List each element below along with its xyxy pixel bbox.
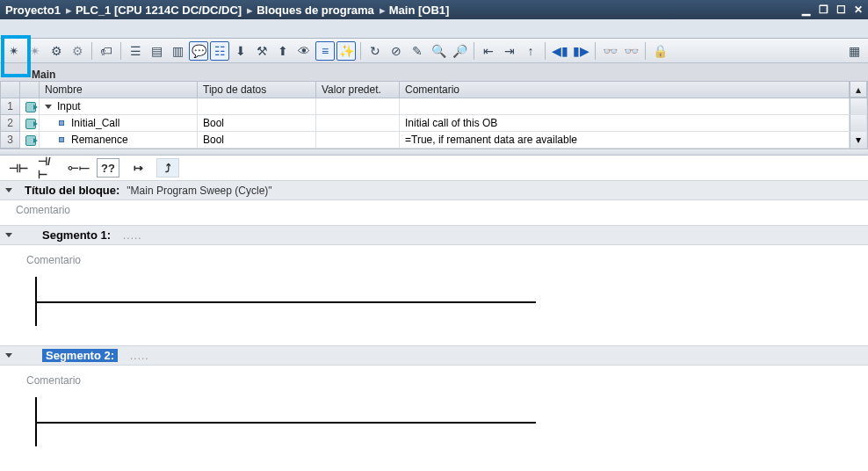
var-name-text: Remanence xyxy=(71,134,128,146)
member-bullet-icon xyxy=(59,137,64,142)
toolbar-separator xyxy=(595,42,596,60)
sync-icon[interactable]: ✴ xyxy=(25,41,45,61)
var-row-3[interactable]: 3 Remanence Bool =True, if remanent data… xyxy=(0,132,868,149)
network-up-icon[interactable]: ↑ xyxy=(521,41,540,61)
lock-icon[interactable]: 🔒 xyxy=(650,41,669,61)
segment-2-comment[interactable]: Comentario xyxy=(26,371,868,390)
var-name[interactable]: Initial_Call xyxy=(40,115,198,132)
upload-icon[interactable]: ⬆ xyxy=(273,41,293,61)
scroll-track[interactable] xyxy=(850,115,867,132)
block-tab-label: Main xyxy=(32,69,55,81)
block-comment[interactable]: Comentario xyxy=(0,200,868,220)
collapse-toggle[interactable] xyxy=(5,353,12,358)
title-bar: Proyecto1 PLC_1 [CPU 1214C DC/DC/DC] Blo… xyxy=(0,0,868,19)
layout-icon[interactable]: ▦ xyxy=(844,41,864,61)
breadcrumb-3[interactable]: Main [OB1] xyxy=(389,4,450,17)
var-default[interactable] xyxy=(316,98,400,115)
scroll-track[interactable] xyxy=(850,98,867,115)
ladder-favorites-bar: ⊣⊢ ⊣/⊢ ⟜⟝ ?? ↦ ⤴ xyxy=(0,156,868,180)
maximize-button[interactable]: ☐ xyxy=(833,2,849,18)
var-type[interactable]: Bool xyxy=(198,115,316,132)
block-title-value[interactable]: "Main Program Sweep (Cycle)" xyxy=(127,185,271,197)
indent-right-icon[interactable]: ⇥ xyxy=(500,41,519,61)
monitor-icon[interactable]: 👁 xyxy=(294,41,314,61)
breadcrumb-sep xyxy=(376,4,389,17)
comment-on-icon[interactable]: 💬 xyxy=(189,41,208,61)
indent-left-icon[interactable]: ⇤ xyxy=(479,41,498,61)
branch-open-icon[interactable]: ↦ xyxy=(127,158,149,178)
close-button[interactable]: ✕ xyxy=(850,2,866,18)
tag-icon[interactable]: 🏷 xyxy=(97,41,116,61)
segment-2-title[interactable]: Segmento 2: xyxy=(42,349,118,362)
block-title-header: Título del bloque: "Main Program Sweep (… xyxy=(0,180,868,200)
segment-1-title[interactable]: Segmento 1: xyxy=(42,228,111,242)
bookmark-prev-icon[interactable]: ◀▮ xyxy=(550,41,569,61)
var-name[interactable]: Input xyxy=(40,98,198,115)
row-tag-icon xyxy=(20,115,40,132)
collapse-toggle[interactable] xyxy=(5,233,12,237)
coil-icon[interactable]: ⟜⟝ xyxy=(67,158,90,178)
structure-icon[interactable]: ☷ xyxy=(210,41,229,61)
var-type[interactable] xyxy=(198,98,316,115)
scroll-up-button[interactable]: ▴ xyxy=(850,82,867,98)
glasses-icon[interactable]: 👓 xyxy=(600,41,619,61)
breadcrumb-2[interactable]: Bloques de programa xyxy=(257,4,374,17)
var-type[interactable]: Bool xyxy=(198,132,316,149)
row-number: 2 xyxy=(1,115,20,132)
segment-2-rung[interactable] xyxy=(35,397,868,446)
download-icon[interactable]: ⬇ xyxy=(231,41,250,61)
contact-nc-icon[interactable]: ⊣/⊢ xyxy=(37,158,60,178)
expand-toggle[interactable] xyxy=(45,105,52,109)
var-row-2[interactable]: 2 Initial_Call Bool Initial call of this… xyxy=(0,115,868,132)
empty-box-icon[interactable]: ?? xyxy=(97,158,119,178)
gear-icon[interactable]: ⚙ xyxy=(47,41,66,61)
branch-close-icon[interactable]: ⤴ xyxy=(156,158,179,178)
segment-1-header[interactable]: Segmento 1: ..... xyxy=(0,225,868,245)
segment-1-rung[interactable] xyxy=(35,277,868,326)
diag-icon[interactable]: ✎ xyxy=(408,41,427,61)
var-comment[interactable]: =True, if remanent data are available xyxy=(400,132,850,149)
var-name-text: Initial_Call xyxy=(71,117,119,129)
breadcrumb-1[interactable]: PLC_1 [CPU 1214C DC/DC/DC] xyxy=(76,4,242,17)
breadcrumb-0[interactable]: Proyecto1 xyxy=(5,4,61,17)
var-comment[interactable]: Initial call of this OB xyxy=(400,115,850,132)
goonline-icon[interactable]: ↻ xyxy=(365,41,385,61)
contact-no-icon[interactable]: ⊣⊢ xyxy=(7,158,30,178)
block-icon[interactable]: ▤ xyxy=(147,41,166,61)
var-default[interactable] xyxy=(316,132,400,149)
var-comment[interactable] xyxy=(400,98,850,115)
search-fwd-icon[interactable]: 🔍 xyxy=(429,41,448,61)
scroll-down-button[interactable]: ▾ xyxy=(850,132,867,149)
segment-2-header[interactable]: Segmento 2: ..... xyxy=(0,345,868,366)
gear2-icon[interactable]: ⚙ xyxy=(68,41,87,61)
glasses2-icon[interactable]: 👓 xyxy=(621,41,640,61)
pane-splitter[interactable] xyxy=(0,149,868,156)
favorites-icon[interactable]: ≡ xyxy=(315,41,335,61)
editor-toolbar: ✴ ✴ ⚙ ⚙ 🏷 ☰ ▤ ▥ 💬 ☷ ⬇ ⚒ ⬆ 👁 ≡ ✨ ↻ ⊘ ✎ 🔍 … xyxy=(0,39,868,63)
minimize-button[interactable]: ▁ xyxy=(798,2,814,18)
update-interface-icon[interactable]: ✴ xyxy=(4,41,24,61)
segment-dots: ..... xyxy=(130,350,149,362)
collapse-toggle[interactable] xyxy=(5,188,12,192)
segment-1-comment[interactable]: Comentario xyxy=(26,250,868,270)
col-type[interactable]: Tipo de datos xyxy=(198,82,316,98)
bookmark-next-icon[interactable]: ▮▶ xyxy=(571,41,590,61)
gooffline-icon[interactable]: ⊘ xyxy=(387,41,406,61)
var-name[interactable]: Remanence xyxy=(40,132,198,149)
block2-icon[interactable]: ▥ xyxy=(168,41,187,61)
toolbar-separator xyxy=(545,42,546,60)
block-title-label: Título del bloque: xyxy=(25,184,119,197)
compile-icon[interactable]: ⚒ xyxy=(252,41,271,61)
col-name[interactable]: Nombre xyxy=(40,82,198,98)
row-number: 3 xyxy=(1,132,20,149)
var-row-1[interactable]: 1 Input xyxy=(0,98,868,115)
toolbar-separator xyxy=(360,42,361,60)
list-icon[interactable]: ☰ xyxy=(126,41,145,61)
var-default[interactable] xyxy=(316,115,400,132)
wizard-icon[interactable]: ✨ xyxy=(336,41,356,61)
restore-button[interactable]: ❐ xyxy=(815,2,831,18)
col-default[interactable]: Valor predet. xyxy=(316,82,400,98)
var-table-header: Nombre Tipo de datos Valor predet. Comen… xyxy=(0,81,868,98)
search-back-icon[interactable]: 🔎 xyxy=(450,41,469,61)
col-comment[interactable]: Comentario xyxy=(400,82,850,98)
